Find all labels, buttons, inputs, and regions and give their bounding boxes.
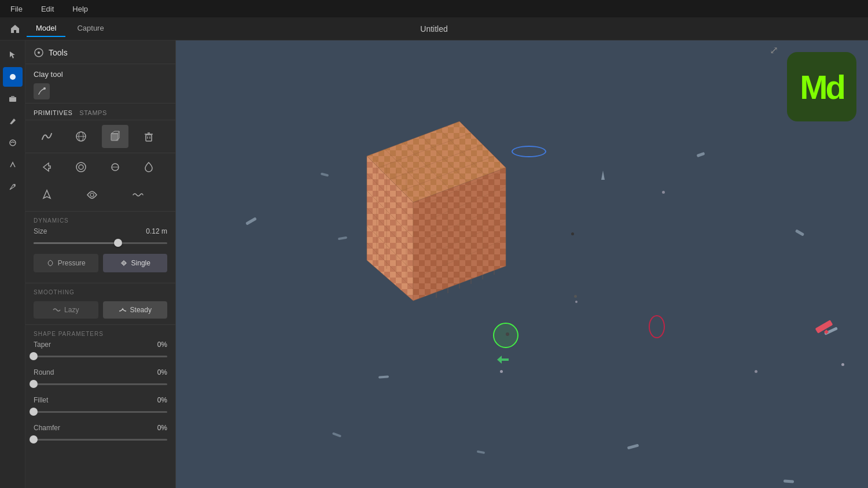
tab-model[interactable]: Model — [27, 20, 65, 37]
size-label: Size — [34, 227, 47, 235]
taper-label: Taper — [34, 341, 51, 349]
fillet-slider[interactable] — [34, 406, 167, 417]
smoothing-label: SMOOTHING — [25, 283, 175, 299]
pressure-icon — [46, 259, 54, 267]
viewport-expand-icon[interactable]: ⤢ — [770, 45, 778, 56]
svg-point-6 — [38, 51, 40, 54]
clay-tool-icon[interactable] — [3, 67, 23, 87]
svg-rect-1 — [9, 97, 16, 102]
tab-capture[interactable]: Capture — [68, 20, 113, 37]
main-content: Tools Clay tool PRIMITIVES STAMPS — [0, 40, 868, 488]
md-logo-text: Md — [800, 68, 844, 106]
pinch-tool-icon[interactable] — [3, 155, 23, 175]
document-title: Untitled — [420, 24, 447, 34]
fillet-row: Fillet 0% — [34, 396, 167, 417]
3d-cube — [321, 110, 529, 330]
viewport[interactable]: Md ⤢ — [176, 40, 868, 488]
svg-point-4 — [13, 184, 15, 186]
clay-tool-name: Clay tool — [34, 70, 167, 79]
blue-ring-indicator — [512, 146, 546, 157]
red-ring-indicator — [649, 315, 665, 338]
cube-primitive[interactable] — [102, 125, 128, 148]
round-slider[interactable] — [34, 379, 167, 389]
spike-primitive[interactable] — [34, 183, 60, 206]
home-button[interactable] — [6, 20, 24, 38]
smear-tool-icon[interactable] — [3, 133, 23, 153]
tools-icon — [34, 47, 44, 58]
scatter-dash-9 — [784, 479, 794, 483]
sub-tabs: PRIMITIVES STAMPS — [25, 103, 175, 120]
arrow-primitive[interactable] — [34, 156, 60, 179]
svg-point-20 — [79, 165, 83, 169]
scatter-dot-5 — [841, 363, 844, 366]
scatter-dot-4 — [500, 370, 503, 373]
clay-tool-shape-icon[interactable] — [34, 83, 50, 99]
scatter-dot-2 — [575, 301, 578, 303]
scatter-dash-7 — [477, 450, 485, 454]
fillet-value: 0% — [157, 396, 167, 404]
select-tool-icon[interactable] — [3, 45, 23, 65]
chamfer-row: Chamfer 0% — [34, 424, 167, 445]
left-toolbar — [0, 40, 25, 488]
curve-primitive[interactable] — [34, 125, 60, 148]
primitives-tab[interactable]: PRIMITIVES — [34, 109, 72, 116]
dynamics-label: DYNAMICS — [25, 212, 175, 227]
scatter-dash-12 — [697, 152, 705, 157]
delete-primitive[interactable] — [135, 125, 162, 148]
svg-rect-14 — [146, 135, 152, 141]
capsule-primitive[interactable] — [102, 156, 128, 179]
scatter-dash-5 — [378, 375, 389, 379]
primitives-grid-row1 — [25, 120, 175, 153]
sphere-primitive[interactable] — [68, 125, 94, 148]
tab-bar: Model Capture Untitled — [0, 17, 868, 40]
shape-params-section: Taper 0% Round 0% — [25, 341, 175, 457]
pen-tool-icon[interactable] — [3, 177, 23, 197]
taper-value: 0% — [157, 341, 167, 349]
shape-params-label: SHAPE PARAMETERS — [25, 325, 175, 341]
mode-buttons: Pressure Single — [34, 254, 167, 272]
lazy-button[interactable]: Lazy — [34, 301, 98, 319]
clay-tool-section: Clay tool — [25, 64, 175, 103]
svg-point-19 — [76, 162, 86, 172]
steady-button[interactable]: Steady — [103, 301, 168, 319]
chamfer-value: 0% — [157, 424, 167, 432]
primitives-grid-row3 — [25, 181, 175, 212]
erase-tool-icon[interactable] — [3, 89, 23, 109]
scatter-dot-3 — [755, 370, 757, 373]
eye-primitive[interactable] — [79, 183, 105, 206]
ring-primitive[interactable] — [68, 156, 94, 179]
file-menu[interactable]: File — [7, 3, 26, 14]
scatter-dash-11 — [795, 229, 804, 236]
taper-row: Taper 0% — [34, 341, 167, 361]
chamfer-slider[interactable] — [34, 434, 167, 445]
drop-primitive[interactable] — [135, 156, 162, 179]
green-arrow — [497, 356, 509, 364]
dynamics-section: Size 0.12 m Pressure — [25, 227, 175, 283]
size-slider[interactable] — [34, 238, 167, 248]
size-value: 0.12 m — [146, 227, 167, 235]
cone-indicator — [601, 171, 605, 180]
svg-point-23 — [90, 193, 94, 197]
taper-slider[interactable] — [34, 351, 167, 361]
round-value: 0% — [157, 368, 167, 376]
green-circle-center-dot — [506, 332, 509, 336]
cube-top-dot — [571, 232, 574, 235]
fillet-label: Fillet — [34, 396, 48, 404]
side-panel: Tools Clay tool PRIMITIVES STAMPS — [25, 40, 176, 488]
cube-front-dot — [574, 295, 577, 298]
round-row: Round 0% — [34, 368, 167, 389]
wave-primitive[interactable] — [124, 183, 151, 206]
paint-tool-icon[interactable] — [3, 111, 23, 131]
edit-menu[interactable]: Edit — [38, 3, 57, 14]
stamps-tab[interactable]: STAMPS — [79, 109, 106, 116]
primitives-grid-row2 — [25, 153, 175, 181]
scatter-dot-1 — [662, 191, 665, 194]
svg-point-7 — [43, 87, 46, 90]
svg-rect-2 — [11, 96, 14, 98]
adobe-md-logo: Md — [787, 52, 856, 121]
pressure-button[interactable]: Pressure — [34, 254, 98, 272]
help-menu[interactable]: Help — [69, 3, 91, 14]
single-button[interactable]: Single — [103, 254, 168, 272]
panel-header: Tools — [25, 40, 175, 64]
smoothing-section: Lazy Steady — [25, 299, 175, 325]
